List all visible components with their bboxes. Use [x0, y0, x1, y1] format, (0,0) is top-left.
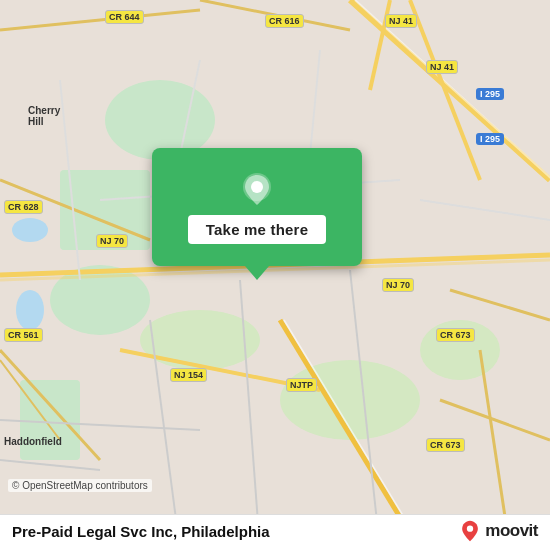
osm-attribution: © OpenStreetMap contributors — [8, 479, 152, 492]
map-container: CherryHill Haddonfield CR 644 CR 616 NJ … — [0, 0, 550, 550]
svg-line-35 — [420, 200, 550, 220]
moovit-pin-icon — [459, 520, 481, 542]
take-me-there-button[interactable]: Take me there — [188, 215, 326, 244]
svg-rect-5 — [20, 380, 80, 460]
svg-line-14 — [410, 0, 480, 180]
moovit-logo: moovit — [459, 520, 538, 542]
svg-line-34 — [0, 460, 100, 470]
location-popup: Take me there — [152, 148, 362, 266]
map-roads-svg — [0, 0, 550, 550]
svg-point-38 — [252, 182, 262, 192]
location-pin-icon — [238, 171, 276, 209]
svg-line-16 — [200, 0, 350, 30]
svg-line-13 — [370, 0, 390, 90]
svg-line-24 — [440, 400, 550, 440]
moovit-text-label: moovit — [485, 521, 538, 541]
svg-line-15 — [0, 10, 200, 30]
svg-point-7 — [12, 218, 48, 242]
svg-point-39 — [467, 526, 473, 532]
bottom-info-bar: Pre-Paid Legal Svc Inc, Philadelphia moo… — [0, 514, 550, 550]
svg-line-23 — [450, 290, 550, 320]
svg-point-4 — [420, 320, 500, 380]
svg-line-11 — [350, 0, 550, 180]
business-name-label: Pre-Paid Legal Svc Inc, Philadelphia — [12, 523, 270, 540]
svg-point-8 — [16, 290, 44, 330]
svg-line-31 — [240, 280, 260, 550]
